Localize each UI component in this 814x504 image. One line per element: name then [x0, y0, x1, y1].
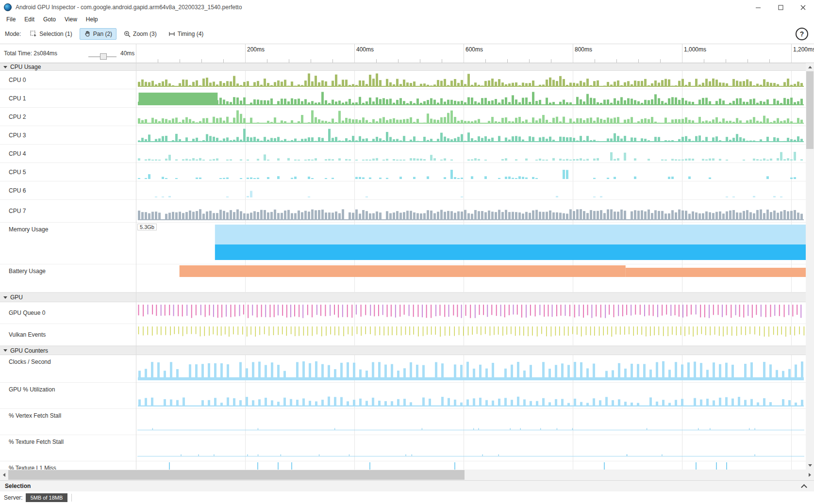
mode-button-selection[interactable]: Selection (1) — [26, 28, 76, 40]
menu-item-file[interactable]: File — [2, 15, 20, 24]
track-canvas[interactable] — [136, 409, 806, 435]
menu-item-goto[interactable]: Goto — [39, 15, 60, 24]
vertical-scroll-thumb[interactable] — [806, 71, 814, 149]
minimize-button[interactable] — [747, 0, 769, 15]
track-canvas[interactable] — [136, 108, 806, 126]
section-label: GPU Counters — [10, 347, 48, 354]
ruler-tick-label: 600ms — [465, 46, 483, 53]
vertical-scrollbar[interactable] — [806, 63, 814, 470]
ruler-minor-tick — [267, 59, 267, 63]
scroll-left-arrow[interactable] — [0, 470, 8, 480]
maximize-button[interactable] — [769, 0, 792, 15]
selection-panel-label: Selection — [5, 483, 31, 489]
track-chart-area[interactable] — [136, 324, 806, 345]
track-chart-area[interactable] — [136, 409, 806, 435]
ruler-tick-label: 400ms — [356, 46, 374, 53]
section-header-gpu-counters[interactable]: GPU Counters — [0, 346, 806, 355]
track-canvas[interactable] — [136, 200, 806, 223]
ruler-minor-tick — [748, 59, 748, 63]
mode-button-timing[interactable]: Timing (4) — [164, 28, 208, 40]
collapse-triangle-icon — [3, 66, 7, 68]
section-header-gpu[interactable]: GPU — [0, 293, 806, 302]
track-chart-area[interactable] — [136, 200, 806, 222]
ruler-minor-tick — [180, 59, 180, 63]
ruler-minor-tick — [616, 59, 617, 63]
track-canvas[interactable] — [136, 355, 806, 383]
track-row-cpu-3: CPU 3 — [0, 126, 806, 145]
track-chart-area[interactable] — [136, 145, 806, 163]
track-canvas[interactable] — [136, 324, 806, 346]
track-row-cpu-7: CPU 7 — [0, 200, 806, 223]
server-memory-badge: 5MB of 18MB — [26, 493, 68, 502]
help-button[interactable]: ? — [796, 28, 808, 40]
track-chart-area[interactable] — [136, 435, 806, 461]
track-chart-area[interactable] — [136, 163, 806, 181]
track-chart-area[interactable] — [136, 264, 806, 292]
ruler-minor-tick — [660, 59, 661, 63]
track-row-texture-fetch-stall: % Texture Fetch Stall — [0, 435, 806, 461]
ruler-minor-tick — [551, 59, 551, 63]
track-canvas[interactable] — [136, 461, 806, 470]
ruler-tick — [573, 44, 573, 63]
label-column-separator — [136, 63, 136, 470]
track-canvas[interactable] — [136, 163, 806, 181]
track-canvas[interactable] — [136, 435, 806, 461]
scroll-down-arrow[interactable] — [806, 461, 814, 470]
track-row-cpu-6: CPU 6 — [0, 181, 806, 200]
track-canvas[interactable] — [136, 145, 806, 163]
scroll-up-arrow[interactable] — [806, 63, 814, 71]
track-chart-area[interactable]: 5.3Gb — [136, 223, 806, 264]
track-canvas[interactable] — [136, 223, 806, 264]
track-chart-area[interactable] — [136, 126, 806, 144]
track-row-cpu-5: CPU 5 — [0, 163, 806, 181]
track-chart-area[interactable] — [136, 181, 806, 199]
section-header-cpu-usage[interactable]: CPU Usage — [0, 63, 806, 71]
memory-value-label: 5.3Gb — [137, 224, 157, 230]
track-label: % Texture Fetch Stall — [0, 435, 136, 461]
track-chart-area[interactable] — [136, 355, 806, 382]
close-button[interactable] — [792, 0, 814, 15]
ruler-minor-tick — [638, 59, 639, 63]
track-canvas[interactable] — [136, 383, 806, 409]
mode-buttons: Selection (1)Pan (2)Zoom (3)Timing (4) — [26, 28, 208, 40]
mode-button-zoom[interactable]: Zoom (3) — [119, 28, 161, 40]
track-chart-area[interactable] — [136, 302, 806, 324]
horizontal-scrollbar[interactable] — [0, 470, 814, 480]
track-chart-area[interactable] — [136, 89, 806, 107]
track-canvas[interactable] — [136, 71, 806, 89]
track-canvas[interactable] — [136, 126, 806, 145]
track-canvas[interactable] — [136, 181, 806, 200]
menu-item-view[interactable]: View — [60, 15, 82, 24]
track-label: CPU 6 — [0, 181, 136, 199]
track-label: CPU 2 — [0, 108, 136, 126]
track-label: GPU % Utilization — [0, 383, 136, 408]
track-chart-area[interactable] — [136, 71, 806, 89]
track-row-cpu-4: CPU 4 — [0, 145, 806, 163]
scroll-right-arrow[interactable] — [806, 470, 814, 480]
scale-slider-handle[interactable] — [100, 53, 107, 60]
horizontal-scroll-thumb[interactable] — [8, 470, 465, 480]
menu-item-help[interactable]: Help — [82, 15, 102, 24]
timeline-viewport[interactable]: CPU UsageCPU 0CPU 1CPU 2CPU 3CPU 4CPU 5C… — [0, 63, 806, 470]
time-ruler[interactable]: Total Time: 2s084ms 40ms 200ms400ms600ms… — [0, 44, 814, 63]
menu-item-edit[interactable]: Edit — [20, 15, 39, 24]
ruler-tick-label: 200ms — [247, 46, 265, 53]
track-label: CPU 4 — [0, 145, 136, 163]
track-chart-area[interactable] — [136, 461, 806, 470]
ruler-minor-tick — [311, 59, 311, 63]
down-arrow-icon — [808, 464, 812, 467]
mode-button-pan[interactable]: Pan (2) — [80, 28, 116, 40]
server-label: Server: — [4, 494, 23, 501]
ruler-minor-tick — [158, 59, 158, 63]
track-canvas[interactable] — [136, 264, 806, 293]
track-canvas[interactable] — [136, 302, 806, 324]
collapse-chevron-icon[interactable] — [801, 484, 807, 490]
track-row-battery-usage: Battery Usage — [0, 264, 806, 293]
track-chart-area[interactable] — [136, 108, 806, 126]
timing-icon — [168, 31, 175, 37]
track-canvas[interactable] — [136, 89, 806, 108]
track-label: Vulkan Events — [0, 324, 136, 345]
ruler-minor-tick — [726, 59, 726, 63]
track-chart-area[interactable] — [136, 383, 806, 408]
collapse-triangle-icon — [3, 349, 7, 352]
